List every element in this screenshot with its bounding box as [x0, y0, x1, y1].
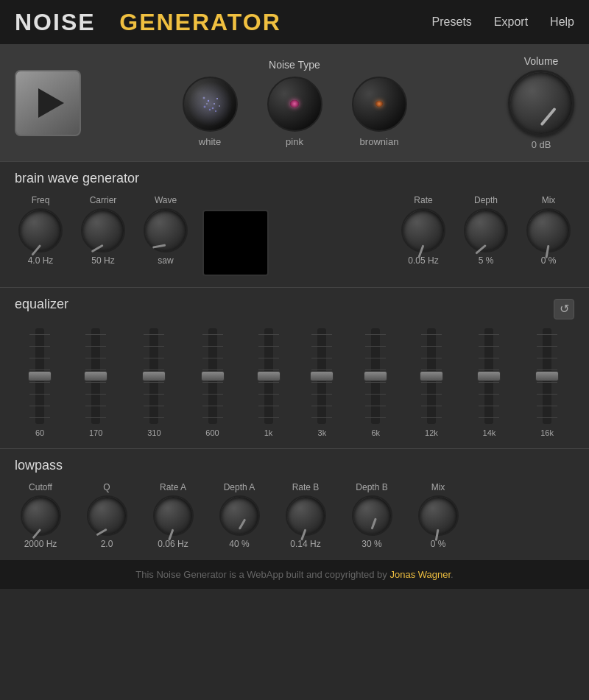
volume-section: Volume 0 dB — [508, 55, 574, 150]
lp-6-knob[interactable] — [418, 495, 459, 536]
eq-track-60[interactable] — [35, 328, 44, 424]
lowpass-controls: Cutoff2000 HzQ2.0Rate A0.06 HzDepth A40 … — [15, 482, 574, 549]
lp-0-value: 2000 Hz — [24, 539, 57, 549]
app-header: NOISE GENERATOR Presets Export Help — [0, 0, 589, 44]
play-icon — [38, 88, 64, 118]
lp-4-value: 0.14 Hz — [290, 539, 320, 549]
lp-3-label: Depth A — [224, 482, 255, 492]
eq-thumb-14k[interactable] — [477, 371, 501, 381]
top-section: Noise Type — [0, 44, 589, 161]
noise-type-section: Noise Type — [96, 59, 493, 147]
eq-track-170[interactable] — [91, 328, 100, 424]
noise-white-item: white — [183, 77, 238, 147]
eq-track-6k[interactable] — [371, 328, 380, 424]
eq-thumb-12k[interactable] — [420, 371, 443, 381]
eq-label-14k: 14k — [483, 428, 496, 437]
bwg-mix-label: Mix — [542, 195, 556, 205]
eq-label-16k: 16k — [540, 428, 554, 437]
wave-knob[interactable] — [144, 208, 188, 252]
equalizer-title: equalizer — [15, 297, 68, 312]
bwg-rate-label: Rate — [414, 195, 432, 205]
lp-3-value: 40 % — [229, 539, 249, 549]
volume-knob[interactable] — [508, 70, 574, 136]
bwg-rate-group: Rate 0.05 Hz — [398, 195, 449, 266]
eq-band-170: 170 — [89, 328, 102, 437]
noise-brownian-knob[interactable] — [352, 77, 407, 132]
lp-q-group: Q2.0 — [81, 482, 133, 549]
freq-value: 4.0 Hz — [28, 255, 54, 266]
eq-thumb-170[interactable] — [84, 371, 107, 381]
brain-wave-title: brain wave generator — [15, 171, 574, 186]
lp-5-knob[interactable] — [352, 495, 392, 536]
eq-thumb-1k[interactable] — [257, 371, 281, 381]
eq-band-310: 310 — [147, 328, 161, 437]
lp-5-label: Depth B — [356, 482, 387, 492]
eq-band-60: 60 — [35, 328, 44, 437]
lp-6-label: Mix — [431, 482, 445, 492]
bwg-mix-knob[interactable] — [526, 208, 571, 252]
help-button[interactable]: Help — [550, 15, 574, 29]
bwg-rate-knob[interactable] — [401, 208, 445, 252]
title-generator: GENERATOR — [119, 9, 281, 35]
eq-reset-button[interactable]: ↺ — [554, 299, 574, 319]
noise-type-knobs: white pink brownian — [183, 77, 407, 147]
carrier-knob[interactable] — [81, 208, 125, 252]
lp-depth-a-group: Depth A40 % — [214, 482, 265, 549]
lp-2-value: 0.06 Hz — [158, 539, 188, 549]
eq-thumb-16k[interactable] — [535, 371, 559, 381]
svg-point-1 — [214, 103, 215, 105]
lp-rate-b-group: Rate B0.14 Hz — [280, 482, 331, 549]
lowpass-title: lowpass — [15, 458, 574, 473]
eq-track-310[interactable] — [149, 328, 158, 424]
play-button[interactable] — [15, 70, 81, 136]
lp-depth-b-group: Depth B30 % — [346, 482, 398, 549]
eq-track-1k[interactable] — [264, 328, 273, 424]
presets-button[interactable]: Presets — [432, 15, 472, 29]
eq-band-600: 600 — [205, 328, 219, 437]
eq-header: equalizer ↺ — [15, 297, 574, 321]
freq-group: Freq 4.0 Hz — [15, 195, 66, 266]
eq-track-12k[interactable] — [427, 328, 436, 424]
bwg-controls: Freq 4.0 Hz Carrier 50 Hz Wave saw Rate … — [15, 195, 574, 276]
eq-sliders: 601703106001k3k6k12k14k16k — [15, 328, 574, 437]
footer-text: This Noise Generator is a WebApp built a… — [135, 569, 387, 580]
export-button[interactable]: Export — [494, 15, 528, 29]
carrier-value: 50 Hz — [91, 255, 114, 266]
footer-author-link[interactable]: Jonas Wagner — [389, 569, 451, 580]
lp-1-knob[interactable] — [87, 495, 127, 536]
eq-band-3k: 3k — [317, 328, 326, 437]
noise-type-label: Noise Type — [269, 59, 320, 71]
freq-knob[interactable] — [18, 208, 63, 252]
eq-thumb-600[interactable] — [201, 371, 225, 381]
eq-label-1k: 1k — [264, 428, 273, 437]
lp-0-knob[interactable] — [21, 495, 61, 536]
eq-track-16k[interactable] — [543, 328, 551, 424]
svg-point-4 — [208, 108, 210, 110]
svg-point-0 — [207, 99, 208, 101]
eq-thumb-310[interactable] — [142, 371, 166, 381]
eq-thumb-6k[interactable] — [364, 371, 387, 381]
bwg-display — [202, 210, 269, 276]
lp-4-knob[interactable] — [286, 495, 326, 536]
eq-thumb-60[interactable] — [28, 371, 52, 381]
eq-track-14k[interactable] — [484, 328, 493, 424]
bwg-depth-knob[interactable] — [464, 208, 508, 252]
lp-3-knob[interactable] — [219, 495, 260, 536]
lp-5-value: 30 % — [361, 539, 381, 549]
eq-label-12k: 12k — [425, 428, 438, 437]
wave-group: Wave saw — [140, 195, 191, 266]
lp-cutoff-group: Cutoff2000 Hz — [15, 482, 66, 549]
lp-1-label: Q — [103, 482, 110, 492]
noise-pink-knob[interactable] — [267, 77, 322, 132]
eq-track-600[interactable] — [208, 328, 217, 424]
lp-mix-group: Mix0 % — [412, 482, 464, 549]
noise-pink-label: pink — [286, 136, 303, 147]
lp-2-knob[interactable] — [153, 495, 194, 536]
lowpass-section: lowpass Cutoff2000 HzQ2.0Rate A0.06 HzDe… — [0, 448, 589, 560]
svg-point-3 — [216, 98, 218, 99]
eq-track-3k[interactable] — [317, 328, 326, 424]
eq-thumb-3k[interactable] — [310, 371, 334, 381]
noise-brownian-label: brownian — [360, 136, 399, 147]
noise-white-knob[interactable] — [183, 77, 238, 132]
eq-label-6k: 6k — [371, 428, 380, 437]
